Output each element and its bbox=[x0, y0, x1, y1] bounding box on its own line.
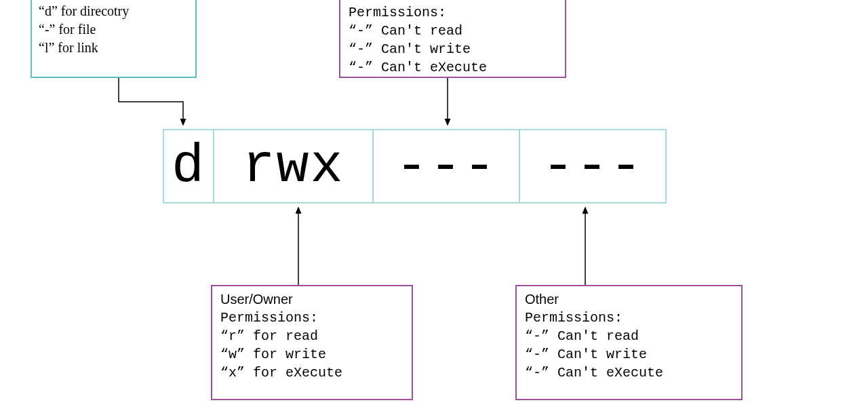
other-box-line2: “-” Can't write bbox=[525, 345, 733, 364]
other-box-subtitle: Permissions: bbox=[525, 309, 733, 327]
group-box-line1: “-” Can't read bbox=[349, 22, 557, 40]
user-box-line1: “r” for read bbox=[220, 327, 403, 345]
perm-cell-type: d bbox=[163, 129, 214, 204]
type-of-file-box: Type of file: “d” for direcotry “-” for … bbox=[31, 0, 197, 78]
other-box-line3: “-” Can't eXecute bbox=[525, 364, 733, 382]
perm-cell-user: rwx bbox=[214, 129, 374, 204]
user-box-subtitle: Permissions: bbox=[220, 309, 403, 327]
type-box-line3: “l” for link bbox=[39, 39, 189, 57]
group-box-line2: “-” Can't write bbox=[349, 40, 557, 58]
other-box: Other Permissions: “-” Can't read “-” Ca… bbox=[515, 285, 743, 400]
user-box-line3: “x” for eXecute bbox=[220, 364, 403, 382]
arrow-type-to-cell bbox=[119, 78, 183, 125]
other-box-title: Other bbox=[525, 292, 733, 307]
perm-cell-other: --- bbox=[520, 129, 667, 204]
permission-string: d rwx --- --- bbox=[163, 129, 667, 204]
group-box-line3: “-” Can't eXecute bbox=[349, 58, 557, 77]
perm-cell-group: --- bbox=[374, 129, 520, 204]
user-owner-box: User/Owner Permissions: “r” for read “w”… bbox=[211, 285, 413, 400]
group-box-subtitle: Permissions: bbox=[349, 3, 557, 22]
type-box-line2: “-” for file bbox=[39, 20, 189, 39]
user-box-line2: “w” for write bbox=[220, 345, 403, 364]
type-box-line1: “d” for direcotry bbox=[39, 2, 189, 20]
group-box: Group Permissions: “-” Can't read “-” Ca… bbox=[339, 0, 566, 78]
user-box-title: User/Owner bbox=[220, 292, 403, 307]
other-box-line1: “-” Can't read bbox=[525, 327, 733, 345]
